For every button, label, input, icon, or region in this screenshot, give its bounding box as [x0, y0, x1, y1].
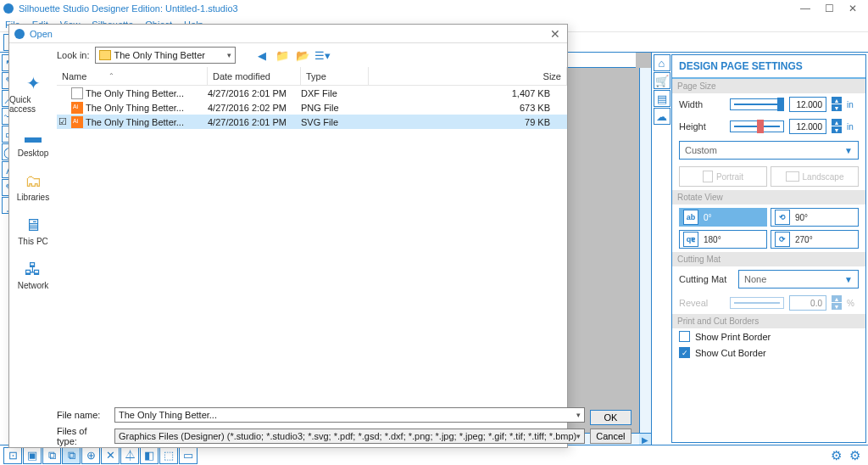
chevron-down-icon: ▼ [844, 146, 853, 155]
maximize-button[interactable]: ☐ [817, 0, 841, 17]
col-header-size: Size [369, 67, 567, 85]
nav-views-icon[interactable]: ☰▾ [315, 48, 331, 63]
nav-new-folder-icon[interactable]: 📂 [295, 48, 310, 63]
width-unit: in [847, 100, 859, 109]
section-print-cut: Print and Cut Borders [672, 314, 865, 328]
lookin-dropdown[interactable]: The Only Thing Better ▾ [95, 47, 236, 64]
chevron-down-icon: ▼ [844, 275, 853, 284]
orientation-landscape-button[interactable]: Landscape [771, 166, 859, 187]
rail-lib-icon[interactable]: ▤ [654, 90, 670, 107]
open-dialog: Open ✕ Look in: The Only Thing Better ▾ … [8, 24, 568, 448]
settings-gear-icon[interactable]: ⚙ [831, 448, 844, 462]
rotate-270-button[interactable]: ⟳270° [771, 230, 859, 249]
height-spinner[interactable]: ▲▼ [832, 119, 842, 134]
place-libraries[interactable]: 🗂Libraries [9, 168, 57, 205]
btool-9-icon[interactable]: ⬚ [159, 447, 178, 464]
btool-8-icon[interactable]: ◧ [140, 447, 159, 464]
reveal-spinner: ▲▼ [832, 295, 842, 311]
scroll-right-icon[interactable]: ▶ [639, 434, 651, 445]
cutting-mat-label: Cutting Mat [679, 274, 733, 284]
rotate-90-button[interactable]: ⟲90° [771, 208, 859, 227]
nav-back-icon[interactable]: ◀ [254, 48, 270, 63]
btool-3-icon[interactable]: ⧉ [42, 447, 61, 464]
place-this-pc[interactable]: 🖥This PC [9, 212, 57, 249]
btool-2-icon[interactable]: ▣ [23, 447, 42, 464]
place-network[interactable]: 🖧Network [9, 256, 57, 294]
col-header-date: Date modified [208, 67, 301, 85]
checkbox-icon [679, 331, 690, 342]
dialog-close-button[interactable]: ✕ [548, 27, 562, 41]
filename-input[interactable]: The Only Thing Better...▾ [114, 407, 585, 423]
height-unit: in [847, 122, 859, 132]
file-row[interactable]: ☑The Only Thing Better...4/27/2016 2:01 … [57, 115, 567, 129]
height-value[interactable]: 12.000 [789, 119, 826, 134]
folder-icon [99, 50, 111, 60]
panel-heading: DESIGN PAGE SETTINGS [672, 55, 865, 79]
file-row[interactable]: The Only Thing Better...4/27/2016 2:01 P… [57, 86, 567, 100]
cancel-button[interactable]: Cancel [590, 429, 631, 444]
filetype-dropdown[interactable]: Graphics Files (Designer) (*.studio; *.s… [114, 429, 585, 444]
btool-6-icon[interactable]: ✕ [101, 447, 120, 464]
page-preset-dropdown[interactable]: Custom▼ [679, 141, 859, 160]
reveal-slider [730, 297, 784, 309]
file-list[interactable]: Name⌃ Date modified Type Size The Only T… [57, 67, 567, 406]
height-label: Height [679, 121, 725, 132]
rotate-0-button[interactable]: ab0° [679, 208, 767, 227]
btool-1-icon[interactable]: ⊡ [3, 447, 22, 464]
checkbox-checked-icon: ✓ [679, 347, 690, 358]
section-cutting-mat: Cutting Mat [672, 252, 865, 266]
reveal-label: Reveal [679, 298, 725, 308]
places-bar: ✦Quick access ▬Desktop 🗂Libraries 🖥This … [9, 67, 57, 406]
window-title: Silhouette Studio Designer Edition: Unti… [19, 3, 793, 14]
file-list-header[interactable]: Name⌃ Date modified Type Size [57, 67, 567, 86]
col-header-type: Type [301, 67, 369, 85]
design-page-settings-panel: DESIGN PAGE SETTINGS Page Size Width 12.… [671, 54, 866, 443]
dialog-logo-icon [14, 29, 25, 39]
show-cut-border-checkbox[interactable]: ✓ Show Cut Border [672, 345, 865, 361]
width-slider[interactable] [730, 98, 784, 110]
ok-button[interactable]: OK [590, 410, 631, 425]
close-button[interactable]: ✕ [841, 0, 865, 17]
rail-shop-icon[interactable]: ⌂ [654, 54, 670, 71]
width-spinner[interactable]: ▲▼ [832, 97, 842, 112]
width-value[interactable]: 12.000 [789, 97, 826, 112]
nav-up-icon[interactable]: 📁 [275, 48, 290, 63]
file-row[interactable]: The Only Thing Better...4/27/2016 2:02 P… [57, 100, 567, 115]
orientation-portrait-button[interactable]: Portrait [679, 166, 767, 187]
rotate-180-button[interactable]: qɐ180° [679, 230, 767, 249]
rail-cloud-icon[interactable]: ☁ [654, 108, 670, 125]
reveal-unit: % [847, 299, 859, 308]
width-label: Width [679, 99, 725, 109]
col-header-name: Name⌃ [57, 67, 208, 85]
reveal-value: 0.0 [789, 295, 826, 311]
minimize-button[interactable]: — [793, 0, 817, 17]
section-rotate-view: Rotate View [672, 190, 865, 204]
dialog-title: Open [30, 29, 548, 39]
section-page-size: Page Size [672, 79, 865, 93]
show-print-border-checkbox[interactable]: Show Print Border [672, 328, 865, 345]
cutting-mat-dropdown[interactable]: None▼ [738, 270, 859, 289]
btool-7-icon[interactable]: ⏃ [120, 447, 139, 464]
preferences-gear-icon[interactable]: ⚙ [849, 448, 863, 462]
place-desktop[interactable]: ▬Desktop [9, 124, 57, 161]
sort-asc-icon: ⌃ [108, 72, 114, 80]
lookin-label: Look in: [57, 50, 90, 60]
filetype-label: Files of type: [57, 426, 109, 446]
filename-label: File name: [57, 410, 109, 420]
btool-4-icon[interactable]: ⧉ [62, 447, 81, 464]
scrollbar-vertical[interactable] [639, 68, 651, 433]
btool-10-icon[interactable]: ▭ [179, 447, 198, 464]
btool-5-icon[interactable]: ⊕ [81, 447, 100, 464]
right-tool-rail: ⌂ 🛒 ▤ ☁ [651, 53, 671, 445]
rail-cart-icon[interactable]: 🛒 [654, 72, 670, 89]
height-slider[interactable] [730, 120, 784, 132]
place-quick-access[interactable]: ✦Quick access [9, 70, 57, 117]
app-logo-icon [3, 3, 14, 14]
